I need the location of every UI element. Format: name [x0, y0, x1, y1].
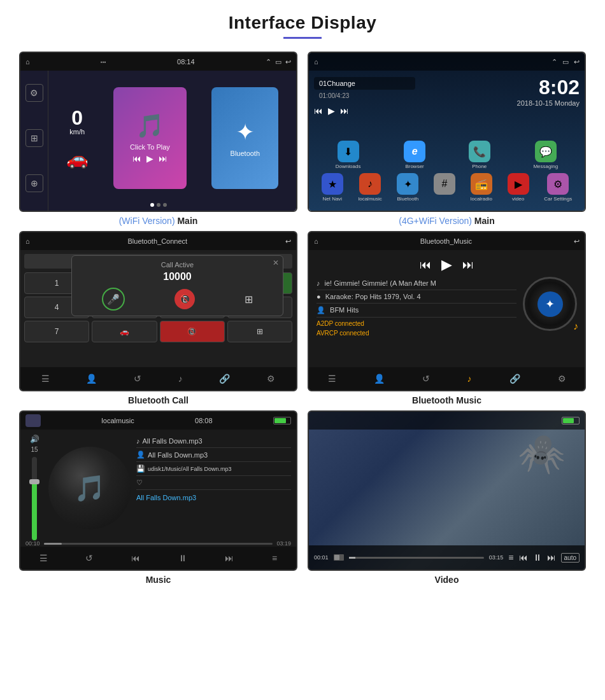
s4-bottom-link-icon[interactable]: 🔗 — [509, 374, 520, 384]
s2-app-keyboard[interactable]: # — [434, 173, 455, 202]
screen1-content: ⌂ ▪▪▪ 08:14 ⌃ ▭ ↩ ⚙ ⊞ ⊕ — [20, 53, 296, 211]
s4-play-btn[interactable]: ▶ — [441, 256, 452, 273]
s1-bt-card[interactable]: ✦ Bluetooth — [211, 87, 278, 189]
s3-grid-btn[interactable]: ⊞ — [245, 293, 253, 305]
s2-app-messaging[interactable]: 💬 Messaging — [533, 141, 558, 169]
s4-vinyl-disc: ✦ ♪ — [523, 277, 577, 331]
s2-downloads-label: Downloads — [336, 164, 361, 169]
s3-bottom-user-icon[interactable]: 👤 — [86, 374, 97, 384]
s6-battery-icon — [562, 417, 580, 424]
s5-bottom-eq-icon[interactable]: ≡ — [272, 553, 277, 563]
s5-track-info: ♪ All Falls Down.mp3 👤 All Falls Down.mp… — [136, 435, 291, 542]
s4-bottom-refresh-icon[interactable]: ↺ — [422, 374, 430, 384]
screen5-caption: Music — [146, 575, 171, 585]
s2-next-btn[interactable]: ⏭ — [340, 106, 349, 116]
s3-modal-close-btn[interactable]: ✕ — [273, 258, 279, 267]
screen6-caption: Video — [435, 575, 459, 585]
s1-next-btn[interactable]: ⏭ — [159, 153, 167, 164]
s2-localmusic-label: localmusic — [358, 196, 381, 202]
s2-settings-icon: ⚙ — [547, 173, 569, 195]
s4-track-3: 👤 BFM Hits — [317, 304, 516, 318]
s3-modal-hangup-btn[interactable]: 📵 — [174, 289, 195, 309]
s2-home-icon: ⌂ — [314, 58, 318, 66]
s2-app-downloads[interactable]: ⬇ Downloads — [336, 141, 361, 169]
s4-bottom-grid-icon[interactable]: ☰ — [328, 374, 336, 384]
screen-bt-music: ⌂ Bluetooth_Music ↩ ⏮ ▶ ⏭ ♪ ie! Gimmie! … — [308, 231, 586, 391]
s4-prev-btn[interactable]: ⏮ — [420, 258, 431, 272]
s4-track1-text: ie! Gimmie! Gimmie! (A Man After M — [325, 279, 436, 287]
s3-bottom-music-icon[interactable]: ♪ — [178, 374, 183, 384]
s6-time-start: 00:01 — [314, 554, 329, 561]
s5-bottom-pause-icon[interactable]: ⏸ — [178, 553, 187, 563]
s1-music-note-icon: 🎵 — [136, 113, 164, 139]
s2-localradio-icon: 📻 — [471, 173, 492, 195]
s6-pause-btn[interactable]: ⏸ — [533, 552, 542, 563]
s6-bottom-bar: 00:01 03:15 ≡ ⏮ ⏸ ⏭ auto — [309, 545, 585, 570]
s4-track1-icon: ♪ — [317, 279, 320, 287]
s1-settings-icon[interactable]: ⚙ — [25, 84, 43, 102]
s4-screen-title: Bluetooth_Music — [420, 237, 472, 245]
s1-music-card[interactable]: 🎵 Click To Play ⏮ ▶ ⏭ — [113, 87, 187, 189]
screen-cell-bt-call: ⌂ Bluetooth_Connect ↩ 10000 1 2 3 📞 — [19, 231, 297, 405]
s6-progress-fill — [349, 557, 356, 559]
s3-mic-btn[interactable]: 🎤 — [102, 288, 125, 311]
s1-speed-panel: 0 km/h 🚗 — [66, 108, 89, 169]
s3-btn-7[interactable]: 7 — [24, 321, 89, 342]
s5-time-start: 00:10 — [25, 540, 40, 547]
s3-bottom-link-icon[interactable]: 🔗 — [219, 374, 230, 384]
s4-bottom-music-icon[interactable]: ♪ — [467, 374, 472, 384]
s2-app-localradio[interactable]: 📻 localradio — [471, 173, 492, 202]
s3-bottom-bar: ☰ 👤 ↺ ♪ 🔗 ⚙ — [20, 367, 296, 390]
s3-btn-car[interactable]: 🚗 — [92, 321, 157, 342]
s5-track3-icon: 💾 — [136, 465, 145, 473]
s5-bottom-repeat-icon[interactable]: ↺ — [85, 553, 93, 563]
s4-next-btn[interactable]: ⏭ — [462, 258, 474, 272]
s4-bottom-settings-icon[interactable]: ⚙ — [558, 374, 566, 384]
s2-localmusic-icon: ♪ — [359, 173, 381, 195]
s2-prev-btn[interactable]: ⏮ — [314, 106, 323, 116]
s2-app-bluetooth[interactable]: ✦ Bluetooth — [397, 173, 418, 202]
s2-app-row-2: ★ Net Navi ♪ localmusic ✦ Bluetooth # — [314, 173, 580, 202]
s6-progress-bar[interactable] — [349, 557, 484, 559]
s3-hangup-btn[interactable]: 📵 — [160, 321, 225, 342]
s5-volume-icon: 🔊 — [30, 435, 39, 444]
s5-current-track: All Falls Down.mp3 — [136, 494, 291, 501]
s5-volume-bar[interactable] — [32, 457, 37, 540]
s1-nav-icon[interactable]: ⊕ — [25, 174, 43, 192]
screen-4g-main: ⌂ ⌃ ▭ ↩ 01Chuange 01:00/4:23 ⏮ ▶ ⏭ — [308, 52, 586, 212]
s2-app-netnavi[interactable]: ★ Net Navi — [322, 173, 343, 202]
s3-bottom-refresh-icon[interactable]: ↺ — [134, 374, 141, 384]
s2-app-browser[interactable]: e Browser — [404, 141, 425, 169]
screen2-caption-highlight: (4G+WiFi Version) — [399, 216, 472, 226]
s1-signal-icon: ▪▪▪ — [101, 59, 106, 65]
s2-play-btn[interactable]: ▶ — [328, 106, 335, 116]
s3-btn-grid[interactable]: ⊞ — [227, 321, 292, 342]
s1-grid-icon[interactable]: ⊞ — [25, 129, 43, 147]
s1-play-btn[interactable]: ▶ — [146, 153, 153, 164]
s2-app-video[interactable]: ▶ video — [508, 173, 529, 202]
s3-bottom-settings-icon[interactable]: ⚙ — [267, 374, 275, 384]
s5-progress-track[interactable] — [44, 543, 273, 545]
s6-next-btn[interactable]: ⏭ — [547, 552, 556, 563]
title-underline — [283, 37, 322, 39]
s6-prev-btn[interactable]: ⏮ — [519, 552, 528, 563]
s6-eq-btn[interactable]: ≡ — [508, 552, 513, 563]
screen3-caption: Bluetooth Call — [128, 395, 189, 405]
s2-app-phone[interactable]: 📞 Phone — [469, 141, 490, 169]
s2-msg-icon: 💬 — [535, 141, 557, 162]
s1-prev-btn[interactable]: ⏮ — [132, 153, 141, 164]
s5-bottom-prev-icon[interactable]: ⏮ — [131, 553, 140, 563]
screen1-caption-rest: Main — [175, 216, 198, 226]
s4-bottom-user-icon[interactable]: 👤 — [374, 374, 385, 384]
s2-downloads-icon: ⬇ — [338, 141, 359, 162]
s6-auto-label[interactable]: auto — [561, 553, 580, 563]
s6-mini-battery — [334, 554, 344, 561]
s5-bottom-list-icon[interactable]: ☰ — [39, 553, 48, 563]
s3-bottom-grid-icon[interactable]: ☰ — [41, 374, 50, 384]
s2-app-carsettings[interactable]: ⚙ Car Settings — [544, 173, 572, 202]
s5-bottom-next-icon[interactable]: ⏭ — [225, 553, 234, 563]
s1-dot-3 — [163, 203, 167, 207]
s5-track1-text: All Falls Down.mp3 — [143, 437, 203, 445]
s2-app-localmusic[interactable]: ♪ localmusic — [358, 173, 381, 202]
screen-video: 🕷️ 00:01 03:15 ≡ — [308, 410, 586, 571]
